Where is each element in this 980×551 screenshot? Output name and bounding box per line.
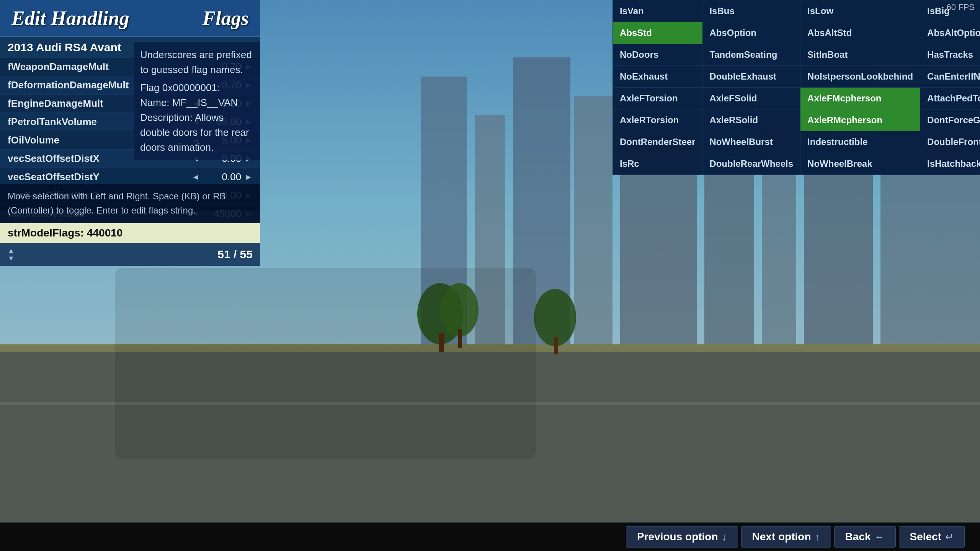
flag-cell-absoption[interactable]: AbsOption (702, 22, 800, 44)
desc-name-line: Name: MF__IS__VAN (140, 95, 254, 110)
description-box: Underscores are prefixed to guessed flag… (134, 42, 260, 160)
flags-title: Flags (203, 7, 249, 29)
stepper-up-arrow[interactable]: ▲ (8, 247, 15, 254)
flag-cell-dontrendersteer[interactable]: DontRenderSteer (613, 131, 702, 153)
btn-icon-next-option: ↑ (815, 531, 820, 543)
flag-cell-canenterifnodoor[interactable]: CanEnterIfNoDoor (920, 66, 980, 88)
flags-grid: IsVanIsBusIsLowIsBigAbsStdAbsOptionAbsAl… (612, 0, 980, 175)
flag-cell-axlertorsion[interactable]: AxleRTorsion (613, 109, 702, 131)
flag-cell-nowheelbreak[interactable]: NoWheelBreak (800, 153, 920, 175)
stepper-arrows[interactable]: ▲ ▼ (8, 247, 15, 262)
flag-cell-axleftorsion[interactable]: AxleFTorsion (613, 88, 702, 109)
flags-string-row[interactable]: strModelFlags: 440010 (0, 223, 260, 243)
desc-line1: Underscores are prefixed to guessed flag… (140, 47, 254, 77)
flag-cell-attachpedtobodyshell[interactable]: AttachPedToBodyshell (920, 88, 980, 109)
flag-cell-axlefmcpherson[interactable]: AxleFMcpherson (800, 88, 920, 109)
btn-label-back: Back (845, 531, 871, 543)
stat-value: 0.00 (203, 171, 241, 183)
flag-cell-axlersolid[interactable]: AxleRSolid (702, 109, 800, 131)
flag-cell-axlermcpherson[interactable]: AxleRMcpherson (800, 109, 920, 131)
stat-name: vecSeatOffsetDistY (8, 171, 191, 183)
stepper-row[interactable]: ▲ ▼ 51 / 55 (0, 243, 260, 266)
fps-counter: 60 FPS (947, 2, 975, 12)
desc-desc-line: Description: Allows double doors for the… (140, 110, 254, 155)
header-bar: Edit Handling Flags (0, 0, 260, 37)
btn-label-next-option: Next option (752, 531, 811, 543)
btn-icon-prev-option: ↓ (722, 531, 727, 543)
flag-cell-absstd[interactable]: AbsStd (613, 22, 702, 44)
flag-cell-noexhaust[interactable]: NoExhaust (613, 66, 702, 88)
stat-arrow-left[interactable]: ◄ (191, 172, 200, 182)
btn-icon-back: ← (875, 531, 885, 543)
stat-arrow-right[interactable]: ► (244, 172, 253, 182)
flag-cell-nowheelburst[interactable]: NoWheelBurst (702, 131, 800, 153)
flag-cell-dontforcegrndclearance[interactable]: DontForceGrndClearance (920, 109, 980, 131)
bottom-bar: Previous option ↓ Next option ↑ Back ← S… (0, 522, 980, 551)
flag-cell-isrc[interactable]: IsRc (613, 153, 702, 175)
flag-cell-isbus[interactable]: IsBus (702, 0, 800, 22)
flag-cell-tandemseating[interactable]: TandemSeating (702, 44, 800, 66)
next-option-button[interactable]: Next option ↑ (741, 526, 831, 548)
flag-cell-indestructible[interactable]: Indestructible (800, 131, 920, 153)
hint-box: Move selection with Left and Right. Spac… (0, 184, 260, 223)
edit-handling-title: Edit Handling (11, 7, 129, 29)
desc-line2: Flag 0x00000001: (140, 80, 254, 95)
btn-icon-select: ↵ (945, 531, 954, 543)
prev-option-button[interactable]: Previous option ↓ (626, 526, 738, 548)
hint-text: Move selection with Left and Right. Spac… (8, 189, 253, 217)
flag-cell-axlefsolid[interactable]: AxleFSolid (702, 88, 800, 109)
stepper-down-arrow[interactable]: ▼ (8, 255, 15, 262)
flags-panel: IsVanIsBusIsLowIsBigAbsStdAbsOptionAbsAl… (612, 0, 980, 175)
flag-cell-doublefrontwheels[interactable]: DoubleFrontWheels (920, 131, 980, 153)
flag-cell-nodoors[interactable]: NoDoors (613, 44, 702, 66)
flag-cell-hastracks[interactable]: HasTracks (920, 44, 980, 66)
flag-cell-isvan[interactable]: IsVan (613, 0, 702, 22)
flag-cell-sitinboat[interactable]: SitInBoat (800, 44, 920, 66)
flag-cell-doublerearwheels[interactable]: DoubleRearWheels (702, 153, 800, 175)
ui-container: 60 FPS Edit Handling Flags 2013 Audi RS4… (0, 0, 980, 551)
flag-cell-doubleexhaust[interactable]: DoubleExhaust (702, 66, 800, 88)
back-button[interactable]: Back ← (834, 526, 896, 548)
stepper-counter: 51 / 55 (217, 248, 253, 261)
select-button[interactable]: Select ↵ (899, 526, 965, 548)
flag-cell-islow[interactable]: IsLow (800, 0, 920, 22)
flag-cell-ishatchback[interactable]: IsHatchback (920, 153, 980, 175)
btn-label-select: Select (910, 531, 942, 543)
flag-cell-noistpersonlookbehind[interactable]: NoIstpersonLookbehind (800, 66, 920, 88)
flag-cell-absaltoption[interactable]: AbsAltOption (920, 22, 980, 44)
flag-cell-absaltstd[interactable]: AbsAltStd (800, 22, 920, 44)
btn-label-prev-option: Previous option (637, 531, 718, 543)
flags-string-value: strModelFlags: 440010 (8, 227, 122, 239)
